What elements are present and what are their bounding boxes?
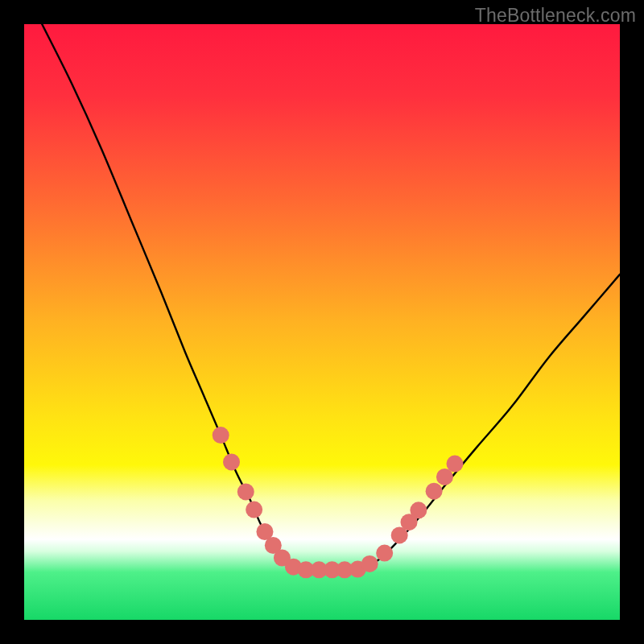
- plot-area: [24, 24, 620, 620]
- highlight-dots: [213, 427, 464, 578]
- dot: [410, 502, 427, 518]
- watermark-text: TheBottleneck.com: [475, 5, 636, 27]
- dot: [361, 555, 378, 572]
- bottleneck-curve: [42, 24, 620, 570]
- chart-stage: TheBottleneck.com: [0, 0, 644, 644]
- dot: [426, 483, 443, 500]
- dot: [447, 456, 464, 473]
- dot: [246, 502, 262, 518]
- dot: [237, 483, 254, 500]
- dot: [223, 453, 240, 470]
- dot: [376, 545, 393, 562]
- curve-layer: [24, 24, 620, 620]
- dot: [213, 427, 229, 444]
